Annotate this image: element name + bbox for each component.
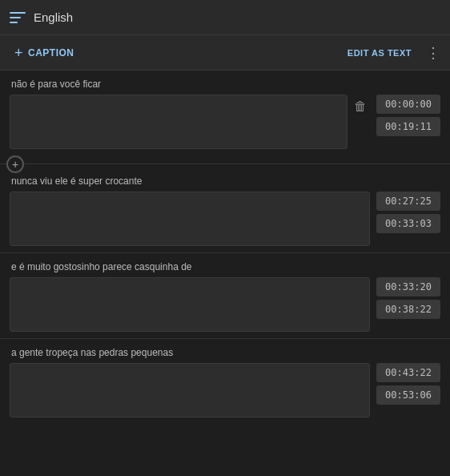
caption-actions-1: 00:27:25 00:33:03: [376, 192, 440, 233]
delete-icon-0[interactable]: 🗑: [351, 96, 370, 117]
caption-textarea-2[interactable]: [10, 277, 370, 332]
more-options-icon[interactable]: ⋮: [426, 46, 440, 60]
add-caption-button[interactable]: + CAPTION: [10, 42, 79, 63]
caption-block-0: não é para você ficar 🗑 00:00:00 00:19:1…: [0, 71, 450, 163]
caption-text-2: e é muito gostosinho parece casquinha de: [10, 261, 440, 272]
time-start-0[interactable]: 00:00:00: [376, 95, 440, 114]
caption-block-3: a gente tropeça nas pedras pequenas 00:4…: [0, 339, 450, 424]
caption-block-2: e é muito gostosinho parece casquinha de…: [0, 253, 450, 338]
caption-row-2: 00:33:20 00:38:22: [10, 277, 440, 332]
toolbar: + CAPTION EDIT AS TEXT ⋮: [0, 35, 450, 71]
time-start-3[interactable]: 00:43:22: [376, 363, 440, 382]
caption-text-0: não é para você ficar: [10, 79, 440, 90]
caption-actions-3: 00:43:22 00:53:06: [376, 363, 440, 405]
caption-text-1: nunca viu ele é super crocante: [10, 175, 440, 187]
plus-icon: +: [14, 46, 23, 60]
subtitle-icon: [10, 12, 26, 23]
captions-content: não é para você ficar 🗑 00:00:00 00:19:1…: [0, 71, 450, 476]
caption-actions-0: 00:00:00 00:19:11: [376, 95, 440, 136]
time-start-1[interactable]: 00:27:25: [376, 192, 440, 211]
caption-row-1: 00:27:25 00:33:03: [10, 192, 440, 246]
caption-textarea-3[interactable]: [10, 363, 370, 418]
header: English: [0, 0, 450, 35]
time-end-3[interactable]: 00:53:06: [376, 385, 440, 405]
time-start-2[interactable]: 00:33:20: [376, 277, 440, 296]
toolbar-left: + CAPTION: [10, 42, 79, 63]
time-end-0[interactable]: 00:19:11: [376, 117, 440, 136]
add-caption-label: CAPTION: [28, 47, 74, 58]
time-end-2[interactable]: 00:38:22: [376, 300, 440, 319]
caption-row-3: 00:43:22 00:53:06: [10, 363, 440, 418]
header-title: English: [34, 10, 73, 24]
caption-textarea-1[interactable]: [10, 192, 370, 246]
caption-block-1: nunca viu ele é super crocante 00:27:25 …: [0, 164, 450, 252]
caption-textarea-0[interactable]: [10, 95, 348, 149]
caption-actions-2: 00:33:20 00:38:22: [376, 277, 440, 319]
caption-text-3: a gente tropeça nas pedras pequenas: [10, 347, 440, 358]
toolbar-right: EDIT AS TEXT ⋮: [343, 45, 440, 61]
time-end-1[interactable]: 00:33:03: [376, 214, 440, 233]
caption-row-0: 🗑 00:00:00 00:19:11: [10, 95, 440, 149]
add-between-circle-0[interactable]: +: [6, 155, 24, 173]
edit-as-text-button[interactable]: EDIT AS TEXT: [343, 45, 416, 61]
